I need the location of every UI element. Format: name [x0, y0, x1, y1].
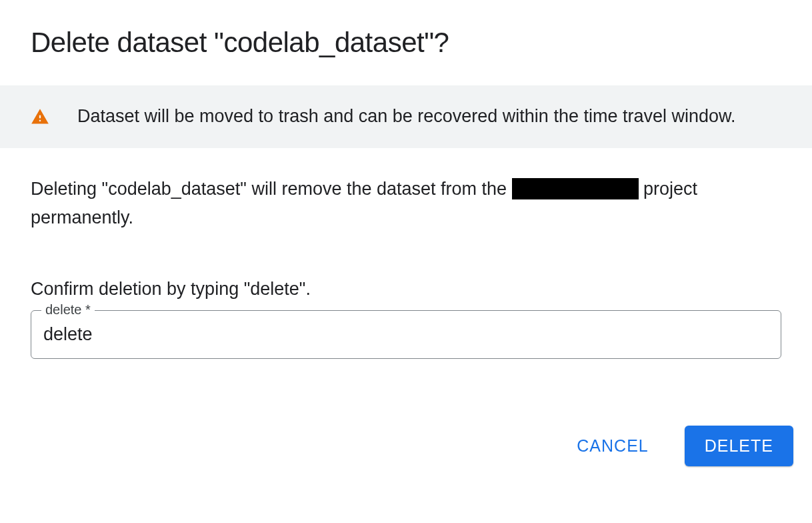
delete-dataset-dialog: Delete dataset "codelab_dataset"? Datase… — [0, 0, 812, 466]
description-prefix: Deleting "codelab_dataset" will remove t… — [31, 179, 512, 199]
delete-button[interactable]: Delete — [685, 426, 793, 466]
redacted-project-name — [512, 178, 639, 199]
delete-description: Deleting "codelab_dataset" will remove t… — [31, 175, 781, 232]
confirm-delete-input[interactable] — [31, 310, 781, 359]
dialog-title: Delete dataset "codelab_dataset"? — [0, 27, 812, 85]
confirm-instruction: Confirm deletion by typing "delete". — [31, 279, 781, 300]
dialog-body: Deleting "codelab_dataset" will remove t… — [0, 148, 812, 359]
dialog-actions: Cancel Delete — [0, 426, 812, 466]
info-banner: Dataset will be moved to trash and can b… — [0, 85, 812, 148]
cancel-button[interactable]: Cancel — [557, 426, 668, 466]
info-banner-text: Dataset will be moved to trash and can b… — [77, 104, 736, 129]
confirm-input-wrapper: delete * — [31, 310, 781, 359]
input-label: delete * — [41, 302, 95, 318]
warning-icon — [31, 107, 49, 126]
